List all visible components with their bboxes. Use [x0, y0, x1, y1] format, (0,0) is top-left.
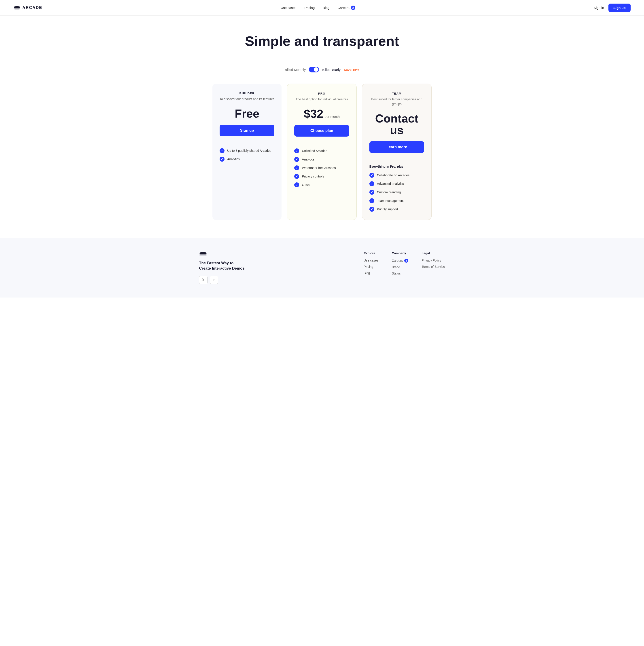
list-item: Unlimited Arcades [294, 148, 349, 153]
builder-price: Free [219, 108, 274, 119]
svg-point-2 [14, 6, 20, 8]
nav-blog[interactable]: Blog [323, 6, 330, 10]
footer-careers-badge: 2 [404, 258, 408, 263]
features-header-item: Everything in Pro, plus: [369, 165, 424, 169]
builder-tier: BUILDER [219, 92, 274, 95]
pro-price: $32 per month [294, 108, 349, 120]
explore-pricing[interactable]: Pricing [364, 265, 378, 268]
explore-blog[interactable]: Blog [364, 271, 378, 275]
footer-legal-col: Legal Privacy Policy Terms of Service [422, 251, 445, 275]
list-item: Analytics [294, 157, 349, 162]
company-careers[interactable]: Careers 2 [392, 258, 408, 263]
toggle-thumb [314, 67, 318, 72]
team-divider [369, 159, 424, 159]
company-status[interactable]: Status [392, 272, 408, 275]
list-item: Team management [369, 198, 424, 203]
check-icon [369, 173, 374, 178]
nav-careers[interactable]: Careers 2 [338, 6, 355, 10]
signup-button[interactable]: Sign up [609, 4, 631, 12]
save-badge: Save 15% [344, 68, 359, 72]
logo-text: ARCADE [22, 5, 42, 10]
pro-features: Unlimited Arcades Analytics Watermark-fr… [294, 148, 349, 187]
explore-heading: Explore [364, 251, 378, 255]
team-desc: Best suited for larger companies and gro… [369, 97, 424, 106]
pricing-cards: BUILDER To discover our product and its … [199, 84, 445, 220]
nav-use-cases[interactable]: Use cases [281, 6, 296, 10]
legal-heading: Legal [422, 251, 445, 255]
team-card: TEAM Best suited for larger companies an… [362, 84, 432, 220]
check-icon [369, 181, 374, 186]
billing-yearly-label: Billed Yearly [322, 68, 341, 72]
list-item: Analytics [219, 157, 274, 162]
explore-links: Use cases Pricing Blog [364, 258, 378, 275]
team-features-header: Everything in Pro, plus: [369, 165, 424, 168]
list-item: Privacy Policy [422, 258, 445, 262]
list-item: Collaborate on Arcades [369, 173, 424, 178]
pro-card: PRO The best option for individual creat… [287, 84, 356, 220]
footer: The Fastest Way toCreate Interactive Dem… [0, 238, 644, 298]
list-item: Careers 2 [392, 258, 408, 263]
pro-cta-button[interactable]: Choose plan [294, 125, 349, 136]
logo[interactable]: ARCADE [13, 5, 42, 10]
billing-toggle: Billed Monthly Billed Yearly Save 15% [0, 67, 644, 73]
footer-inner: The Fastest Way toCreate Interactive Dem… [199, 251, 445, 284]
builder-desc: To discover our product and its features [219, 97, 274, 102]
twitter-button[interactable]: 𝕏 [199, 276, 207, 284]
builder-cta-button[interactable]: Sign up [219, 125, 274, 136]
check-icon [369, 190, 374, 195]
builder-card: BUILDER To discover our product and its … [212, 84, 282, 220]
check-icon [294, 148, 299, 153]
team-price: Contact us [369, 113, 424, 136]
footer-tagline: The Fastest Way toCreate Interactive Dem… [199, 260, 346, 271]
linkedin-button[interactable]: in [210, 276, 218, 284]
explore-use-cases[interactable]: Use cases [364, 258, 378, 262]
team-tier: TEAM [369, 92, 424, 95]
company-brand[interactable]: Brand [392, 265, 408, 269]
nav-actions: Sign in Sign up [594, 4, 631, 12]
careers-badge: 2 [351, 6, 355, 10]
billing-toggle-switch[interactable] [309, 67, 319, 73]
footer-explore-col: Explore Use cases Pricing Blog [364, 251, 378, 275]
pro-desc: The best option for individual creators [294, 97, 349, 102]
team-cta-button[interactable]: Learn more [369, 141, 424, 153]
list-item: Terms of Service [422, 265, 445, 268]
legal-privacy[interactable]: Privacy Policy [422, 258, 445, 262]
nav-pricing[interactable]: Pricing [304, 6, 314, 10]
builder-features: Up to 3 publicly shared Arcades Analytic… [219, 148, 274, 162]
list-item: Custom branding [369, 190, 424, 195]
list-item: Pricing [364, 265, 378, 268]
footer-columns: Explore Use cases Pricing Blog Company C… [364, 251, 445, 275]
footer-logo [199, 251, 346, 257]
page-title: Simple and transparent [4, 33, 640, 49]
billing-monthly-label: Billed Monthly [285, 68, 306, 72]
check-icon [294, 174, 299, 179]
legal-links: Privacy Policy Terms of Service [422, 258, 445, 268]
pro-price-period: per month [325, 115, 340, 118]
pro-divider [294, 143, 349, 143]
list-item: Advanced analytics [369, 181, 424, 186]
list-item: Use cases [364, 258, 378, 262]
signin-button[interactable]: Sign in [594, 6, 604, 10]
company-links: Careers 2 Brand Status [392, 258, 408, 275]
hero-section: Simple and transparent [0, 16, 644, 60]
footer-company-col: Company Careers 2 Brand Status [392, 251, 408, 275]
team-features: Everything in Pro, plus: Collaborate on … [369, 165, 424, 212]
company-heading: Company [392, 251, 408, 255]
legal-terms[interactable]: Terms of Service [422, 265, 445, 268]
list-item: Watermark-free Arcades [294, 166, 349, 170]
social-icons: 𝕏 in [199, 276, 346, 284]
footer-brand: The Fastest Way toCreate Interactive Dem… [199, 251, 346, 284]
check-icon [369, 207, 374, 212]
check-icon [294, 166, 299, 170]
list-item: CTAs [294, 183, 349, 187]
list-item: Privacy controls [294, 174, 349, 179]
pro-tier: PRO [294, 92, 349, 95]
list-item: Up to 3 publicly shared Arcades [219, 148, 274, 153]
list-item: Status [392, 272, 408, 275]
list-item: Brand [392, 265, 408, 269]
check-icon [219, 148, 224, 153]
svg-point-5 [199, 252, 207, 254]
check-icon [369, 198, 374, 203]
nav-links: Use cases Pricing Blog Careers 2 [281, 6, 355, 10]
list-item: Blog [364, 271, 378, 275]
